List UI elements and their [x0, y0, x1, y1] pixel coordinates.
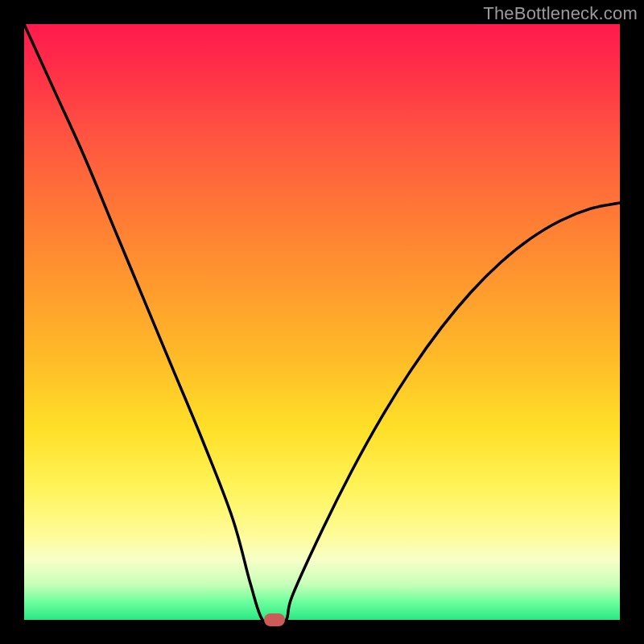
bottleneck-curve	[24, 24, 620, 620]
optimum-marker	[264, 613, 285, 626]
chart-frame: TheBottleneck.com	[0, 0, 644, 644]
chart-plot-area	[24, 24, 620, 620]
watermark-text: TheBottleneck.com	[483, 3, 638, 24]
